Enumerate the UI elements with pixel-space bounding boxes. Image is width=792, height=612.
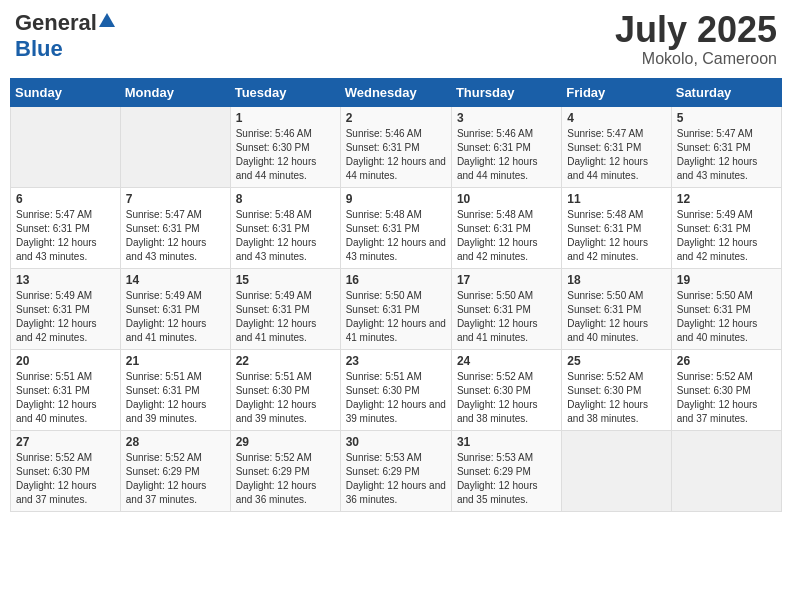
table-row: 20Sunrise: 5:51 AMSunset: 6:31 PMDayligh… (11, 349, 121, 430)
day-number: 14 (126, 273, 225, 287)
table-row: 8Sunrise: 5:48 AMSunset: 6:31 PMDaylight… (230, 187, 340, 268)
header-thursday: Thursday (451, 78, 561, 106)
day-detail: Sunrise: 5:50 AMSunset: 6:31 PMDaylight:… (457, 289, 556, 345)
day-detail: Sunrise: 5:49 AMSunset: 6:31 PMDaylight:… (236, 289, 335, 345)
table-row: 27Sunrise: 5:52 AMSunset: 6:30 PMDayligh… (11, 430, 121, 511)
day-number: 3 (457, 111, 556, 125)
table-row: 13Sunrise: 5:49 AMSunset: 6:31 PMDayligh… (11, 268, 121, 349)
day-number: 1 (236, 111, 335, 125)
day-detail: Sunrise: 5:48 AMSunset: 6:31 PMDaylight:… (457, 208, 556, 264)
calendar-table: Sunday Monday Tuesday Wednesday Thursday… (10, 78, 782, 512)
day-number: 27 (16, 435, 115, 449)
calendar-week-row: 20Sunrise: 5:51 AMSunset: 6:31 PMDayligh… (11, 349, 782, 430)
day-detail: Sunrise: 5:47 AMSunset: 6:31 PMDaylight:… (16, 208, 115, 264)
calendar-week-row: 13Sunrise: 5:49 AMSunset: 6:31 PMDayligh… (11, 268, 782, 349)
table-row: 28Sunrise: 5:52 AMSunset: 6:29 PMDayligh… (120, 430, 230, 511)
table-row: 11Sunrise: 5:48 AMSunset: 6:31 PMDayligh… (562, 187, 671, 268)
day-number: 7 (126, 192, 225, 206)
day-number: 30 (346, 435, 446, 449)
table-row: 6Sunrise: 5:47 AMSunset: 6:31 PMDaylight… (11, 187, 121, 268)
day-number: 18 (567, 273, 665, 287)
day-detail: Sunrise: 5:53 AMSunset: 6:29 PMDaylight:… (346, 451, 446, 507)
day-number: 17 (457, 273, 556, 287)
day-number: 29 (236, 435, 335, 449)
day-number: 23 (346, 354, 446, 368)
logo-triangle-icon (99, 13, 115, 31)
calendar-location: Mokolo, Cameroon (615, 50, 777, 68)
day-number: 16 (346, 273, 446, 287)
table-row: 25Sunrise: 5:52 AMSunset: 6:30 PMDayligh… (562, 349, 671, 430)
day-number: 24 (457, 354, 556, 368)
day-detail: Sunrise: 5:49 AMSunset: 6:31 PMDaylight:… (677, 208, 776, 264)
day-detail: Sunrise: 5:51 AMSunset: 6:30 PMDaylight:… (346, 370, 446, 426)
header-sunday: Sunday (11, 78, 121, 106)
table-row: 10Sunrise: 5:48 AMSunset: 6:31 PMDayligh… (451, 187, 561, 268)
table-row: 14Sunrise: 5:49 AMSunset: 6:31 PMDayligh… (120, 268, 230, 349)
day-detail: Sunrise: 5:52 AMSunset: 6:30 PMDaylight:… (677, 370, 776, 426)
day-number: 10 (457, 192, 556, 206)
day-number: 13 (16, 273, 115, 287)
day-detail: Sunrise: 5:47 AMSunset: 6:31 PMDaylight:… (126, 208, 225, 264)
day-number: 19 (677, 273, 776, 287)
day-detail: Sunrise: 5:52 AMSunset: 6:30 PMDaylight:… (16, 451, 115, 507)
title-block: July 2025 Mokolo, Cameroon (615, 10, 777, 68)
table-row (671, 430, 781, 511)
calendar-title: July 2025 (615, 10, 777, 50)
table-row: 4Sunrise: 5:47 AMSunset: 6:31 PMDaylight… (562, 106, 671, 187)
table-row: 9Sunrise: 5:48 AMSunset: 6:31 PMDaylight… (340, 187, 451, 268)
calendar-week-row: 27Sunrise: 5:52 AMSunset: 6:30 PMDayligh… (11, 430, 782, 511)
day-detail: Sunrise: 5:46 AMSunset: 6:31 PMDaylight:… (346, 127, 446, 183)
table-row: 7Sunrise: 5:47 AMSunset: 6:31 PMDaylight… (120, 187, 230, 268)
table-row: 26Sunrise: 5:52 AMSunset: 6:30 PMDayligh… (671, 349, 781, 430)
table-row: 19Sunrise: 5:50 AMSunset: 6:31 PMDayligh… (671, 268, 781, 349)
day-number: 12 (677, 192, 776, 206)
day-detail: Sunrise: 5:52 AMSunset: 6:29 PMDaylight:… (236, 451, 335, 507)
day-detail: Sunrise: 5:51 AMSunset: 6:31 PMDaylight:… (126, 370, 225, 426)
table-row: 30Sunrise: 5:53 AMSunset: 6:29 PMDayligh… (340, 430, 451, 511)
header-monday: Monday (120, 78, 230, 106)
day-detail: Sunrise: 5:50 AMSunset: 6:31 PMDaylight:… (677, 289, 776, 345)
table-row: 23Sunrise: 5:51 AMSunset: 6:30 PMDayligh… (340, 349, 451, 430)
day-detail: Sunrise: 5:50 AMSunset: 6:31 PMDaylight:… (346, 289, 446, 345)
day-detail: Sunrise: 5:48 AMSunset: 6:31 PMDaylight:… (346, 208, 446, 264)
day-detail: Sunrise: 5:46 AMSunset: 6:30 PMDaylight:… (236, 127, 335, 183)
table-row: 24Sunrise: 5:52 AMSunset: 6:30 PMDayligh… (451, 349, 561, 430)
day-detail: Sunrise: 5:48 AMSunset: 6:31 PMDaylight:… (567, 208, 665, 264)
table-row (120, 106, 230, 187)
table-row (562, 430, 671, 511)
table-row: 22Sunrise: 5:51 AMSunset: 6:30 PMDayligh… (230, 349, 340, 430)
day-detail: Sunrise: 5:52 AMSunset: 6:29 PMDaylight:… (126, 451, 225, 507)
day-number: 2 (346, 111, 446, 125)
day-number: 6 (16, 192, 115, 206)
table-row: 16Sunrise: 5:50 AMSunset: 6:31 PMDayligh… (340, 268, 451, 349)
day-number: 28 (126, 435, 225, 449)
day-detail: Sunrise: 5:48 AMSunset: 6:31 PMDaylight:… (236, 208, 335, 264)
table-row: 15Sunrise: 5:49 AMSunset: 6:31 PMDayligh… (230, 268, 340, 349)
header-saturday: Saturday (671, 78, 781, 106)
day-number: 26 (677, 354, 776, 368)
table-row: 3Sunrise: 5:46 AMSunset: 6:31 PMDaylight… (451, 106, 561, 187)
table-row: 29Sunrise: 5:52 AMSunset: 6:29 PMDayligh… (230, 430, 340, 511)
day-number: 9 (346, 192, 446, 206)
day-detail: Sunrise: 5:52 AMSunset: 6:30 PMDaylight:… (457, 370, 556, 426)
header-tuesday: Tuesday (230, 78, 340, 106)
day-number: 8 (236, 192, 335, 206)
day-detail: Sunrise: 5:47 AMSunset: 6:31 PMDaylight:… (677, 127, 776, 183)
table-row: 1Sunrise: 5:46 AMSunset: 6:30 PMDaylight… (230, 106, 340, 187)
day-number: 11 (567, 192, 665, 206)
table-row: 31Sunrise: 5:53 AMSunset: 6:29 PMDayligh… (451, 430, 561, 511)
day-number: 15 (236, 273, 335, 287)
table-row: 12Sunrise: 5:49 AMSunset: 6:31 PMDayligh… (671, 187, 781, 268)
calendar-week-row: 1Sunrise: 5:46 AMSunset: 6:30 PMDaylight… (11, 106, 782, 187)
day-number: 22 (236, 354, 335, 368)
day-detail: Sunrise: 5:51 AMSunset: 6:30 PMDaylight:… (236, 370, 335, 426)
page-header: General Blue July 2025 Mokolo, Cameroon (10, 10, 782, 68)
table-row: 21Sunrise: 5:51 AMSunset: 6:31 PMDayligh… (120, 349, 230, 430)
header-friday: Friday (562, 78, 671, 106)
day-detail: Sunrise: 5:49 AMSunset: 6:31 PMDaylight:… (16, 289, 115, 345)
calendar-week-row: 6Sunrise: 5:47 AMSunset: 6:31 PMDaylight… (11, 187, 782, 268)
table-row: 17Sunrise: 5:50 AMSunset: 6:31 PMDayligh… (451, 268, 561, 349)
table-row: 5Sunrise: 5:47 AMSunset: 6:31 PMDaylight… (671, 106, 781, 187)
svg-marker-0 (99, 13, 115, 27)
table-row: 18Sunrise: 5:50 AMSunset: 6:31 PMDayligh… (562, 268, 671, 349)
